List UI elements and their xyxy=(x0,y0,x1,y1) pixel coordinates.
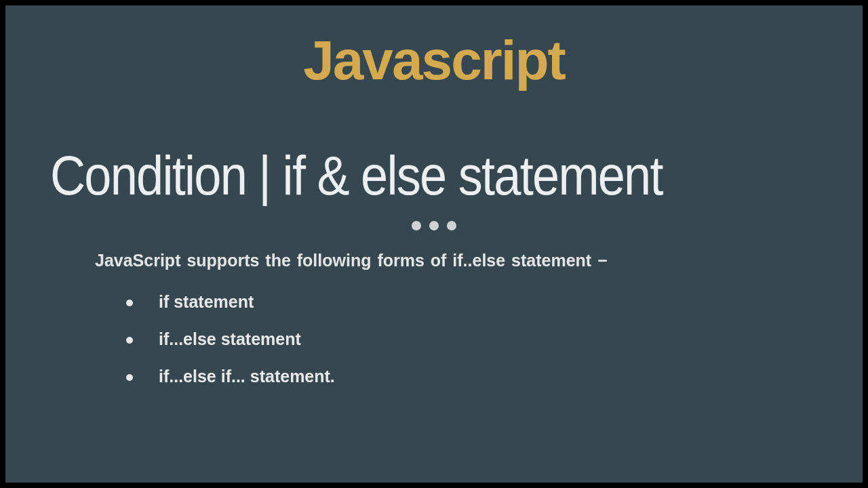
intro-text: JavaScript supports the following forms … xyxy=(95,243,658,279)
list-item: if statement xyxy=(126,293,822,310)
divider-dots xyxy=(46,220,822,230)
dot-icon xyxy=(412,221,421,230)
list-item: if...else if... statement. xyxy=(126,368,822,385)
dot-icon xyxy=(429,221,439,230)
list-item: if...else statement xyxy=(126,331,822,348)
slide: Javascript Condition | if & else stateme… xyxy=(5,5,863,483)
bullet-list: if statement if...else statement if...el… xyxy=(126,293,822,385)
dot-icon xyxy=(447,221,456,230)
slide-title: Javascript xyxy=(46,33,822,88)
slide-subtitle: Condition | if & else statement xyxy=(50,146,729,205)
